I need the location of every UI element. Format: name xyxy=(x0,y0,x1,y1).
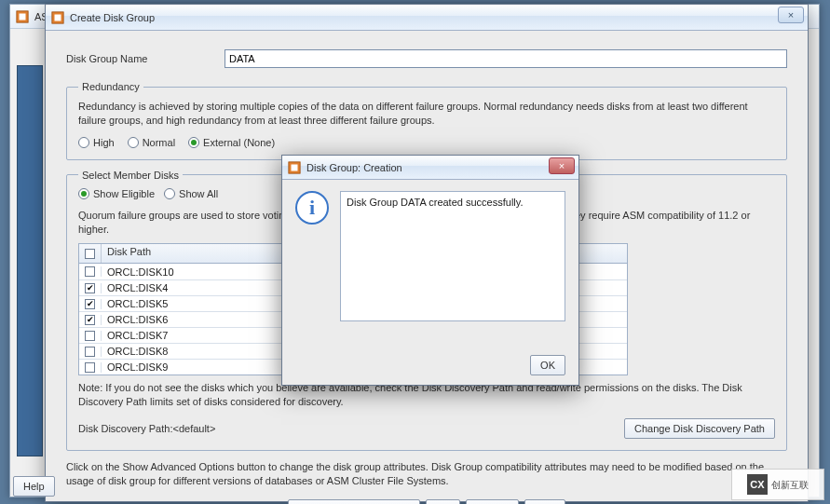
close-icon: × xyxy=(788,9,794,20)
radio-icon xyxy=(78,137,89,148)
radio-icon xyxy=(78,188,89,199)
show-eligible-radio[interactable]: Show Eligible xyxy=(78,188,155,199)
checkbox-icon: ✔ xyxy=(85,315,95,325)
modal-titlebar[interactable]: Disk Group: Creation × xyxy=(282,156,578,180)
checkbox-icon: ✔ xyxy=(85,283,95,293)
watermark-badge: CX xyxy=(747,474,768,495)
close-button[interactable]: × xyxy=(778,7,804,23)
change-discovery-path-button[interactable]: Change Disk Discovery Path xyxy=(624,418,775,439)
modal-ok-button[interactable]: OK xyxy=(530,355,565,375)
dialog-titlebar[interactable]: Create Disk Group × xyxy=(46,5,808,31)
redundancy-normal-radio[interactable]: Normal xyxy=(128,137,175,148)
disk-checkbox[interactable] xyxy=(79,362,102,373)
radio-icon xyxy=(164,188,175,199)
disk-checkbox[interactable] xyxy=(79,266,102,277)
change-discovery-path-label: Change Disk Discovery Path xyxy=(634,423,765,434)
help-button[interactable]: Help xyxy=(524,499,566,504)
svg-rect-5 xyxy=(292,164,298,170)
wizard-help-button[interactable]: Help xyxy=(13,476,55,497)
dialog-footer: Show Advanced Options OK Cancel Help xyxy=(66,499,787,504)
disk-checkbox[interactable]: ✔ xyxy=(79,315,102,325)
svg-rect-1 xyxy=(20,13,26,20)
radio-icon xyxy=(188,137,199,148)
advanced-options-instruction: Click on the Show Advanced Options butto… xyxy=(66,460,787,488)
app-icon xyxy=(16,10,29,23)
checkbox-icon xyxy=(85,362,95,373)
redundancy-external-radio[interactable]: External (None) xyxy=(188,137,275,148)
checkbox-icon xyxy=(85,266,95,277)
modal-message: Disk Group DATA created successfully. xyxy=(340,191,565,321)
radio-icon xyxy=(128,137,139,148)
redundancy-legend: Redundancy xyxy=(78,81,143,92)
close-icon: × xyxy=(559,160,565,171)
creation-result-dialog: Disk Group: Creation × i Disk Group DATA… xyxy=(281,155,579,386)
app-icon xyxy=(288,161,301,174)
select-all-checkbox[interactable] xyxy=(79,244,102,263)
dialog-title: Create Disk Group xyxy=(70,12,155,23)
disk-checkbox[interactable] xyxy=(79,347,102,357)
show-all-label: Show All xyxy=(179,188,218,199)
wizard-help-label: Help xyxy=(23,481,45,492)
checkbox-icon xyxy=(85,347,95,357)
show-advanced-options-button[interactable]: Show Advanced Options xyxy=(288,499,420,504)
checkbox-icon xyxy=(85,331,95,341)
svg-rect-3 xyxy=(55,14,61,20)
redundancy-normal-label: Normal xyxy=(143,137,175,148)
redundancy-external-label: External (None) xyxy=(203,137,275,148)
redundancy-high-radio[interactable]: High xyxy=(78,137,115,148)
app-icon xyxy=(51,11,64,24)
redundancy-high-label: High xyxy=(93,137,115,148)
disk-group-name-label: Disk Group Name xyxy=(66,53,225,64)
member-disks-legend: Select Member Disks xyxy=(78,170,183,181)
ok-button[interactable]: OK xyxy=(426,499,461,504)
modal-ok-label: OK xyxy=(540,360,555,371)
modal-title: Disk Group: Creation xyxy=(306,162,402,173)
info-icon: i xyxy=(295,191,329,225)
redundancy-options: High Normal External (None) xyxy=(78,137,775,148)
show-all-radio[interactable]: Show All xyxy=(164,188,218,199)
disk-discovery-path-label: Disk Discovery Path:<default> xyxy=(78,423,215,434)
show-eligible-label: Show Eligible xyxy=(93,188,155,199)
checkbox-icon: ✔ xyxy=(85,299,95,309)
disk-checkbox[interactable]: ✔ xyxy=(79,283,102,293)
watermark-logo: CX 创新互联 xyxy=(731,469,824,500)
cancel-button[interactable]: Cancel xyxy=(466,499,518,504)
modal-close-button[interactable]: × xyxy=(549,157,575,174)
watermark-text: 创新互联 xyxy=(771,480,809,490)
disk-group-name-input[interactable] xyxy=(225,49,787,68)
redundancy-description: Redundancy is achieved by storing multip… xyxy=(78,100,775,128)
wizard-sidebar xyxy=(17,65,43,456)
disk-checkbox[interactable]: ✔ xyxy=(79,299,102,309)
redundancy-fieldset: Redundancy Redundancy is achieved by sto… xyxy=(66,81,787,160)
disk-checkbox[interactable] xyxy=(79,331,102,341)
